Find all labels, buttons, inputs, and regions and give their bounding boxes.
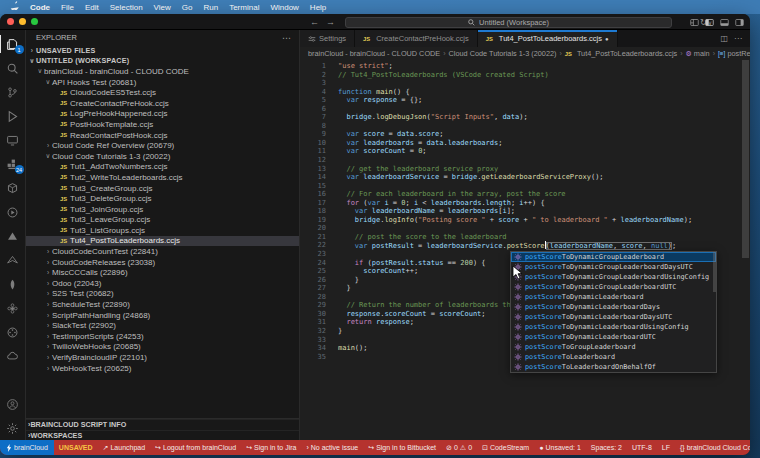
tree-file-item[interactable]: JSReadContactPostHook.ccjs	[26, 130, 299, 141]
suggestion-item[interactable]: postScoreToLeaderboard	[511, 352, 716, 362]
editor-scrollbar-thumb[interactable]	[742, 60, 749, 258]
suggest-scrollbar[interactable]	[713, 252, 716, 292]
activity-leaf-tool-icon[interactable]	[0, 272, 26, 296]
tree-file-item[interactable]: JSTut4_PostToLeaderboards.ccjs	[26, 236, 299, 247]
toggle-panel-icon[interactable]	[720, 18, 729, 27]
activity-origami-tool-icon[interactable]	[0, 248, 26, 272]
navigate-forward-icon[interactable]: →	[326, 17, 335, 27]
activity-flower-tool-icon[interactable]	[0, 296, 26, 320]
activity-movie-tool-icon[interactable]	[0, 320, 26, 344]
menu-item-file[interactable]: File	[61, 3, 74, 12]
status-logout-braincloud[interactable]: ↪Logout from brainCloud	[150, 440, 241, 455]
menu-item-selection[interactable]: Selection	[110, 3, 143, 12]
tab-settings[interactable]: Settings	[300, 30, 355, 47]
breadcrumb-item[interactable]: [≡]postResult	[718, 49, 750, 58]
activity-triangle-tool-icon[interactable]	[0, 224, 26, 248]
tree-section-header[interactable]: ∨UNTITLED (WORKSPACE)	[26, 56, 299, 67]
status-eol[interactable]: LF	[657, 440, 675, 455]
tree-file-item[interactable]: JSTut3_LeaveGroup.ccjs	[26, 215, 299, 226]
tree-folder-item[interactable]: ›ScheduleTest (22890)	[26, 299, 299, 310]
suggestion-item[interactable]: postScoreToDynamicGroupLeaderboardUsingC…	[511, 272, 716, 282]
tree-folder-item[interactable]: ∨Cloud Code Tutorials 1-3 (20022)	[26, 151, 299, 162]
tab-tut4-posttoleaderboards-ccjs[interactable]: JSTut4_PostToLeaderboards.ccjs●	[478, 30, 618, 47]
menu-item-run[interactable]: Run	[203, 3, 218, 12]
toggle-sidebar-icon[interactable]	[705, 18, 714, 27]
tab-createcontactprehook-ccjs[interactable]: JSCreateContactPreHook.ccjs	[355, 30, 478, 47]
tree-folder-item[interactable]: ›MiscCCCalls (22896)	[26, 267, 299, 278]
status-sign-in-bitbucket[interactable]: ↪Sign in to Bitbucket	[363, 440, 441, 455]
suggestion-item[interactable]: postScoreToDynamicLeaderboardDays	[511, 302, 716, 312]
tree-folder-item[interactable]: ∨brainCloud - brainCloud - CLOUD CODE	[26, 66, 299, 77]
suggestion-item[interactable]: postScoreToDynamicLeaderboardUTC	[511, 332, 716, 342]
menu-item-terminal[interactable]: Terminal	[229, 3, 259, 12]
status-launchpad[interactable]: ↗Launchpad	[98, 440, 151, 455]
activity-cloud-tool-icon[interactable]	[0, 344, 26, 368]
tree-folder-item[interactable]: ›CloudCodeCountTest (22841)	[26, 246, 299, 257]
suggestion-item[interactable]: postScoreToDynamicGroupLeaderboardUTC	[511, 282, 716, 292]
tree-file-item[interactable]: JSTut3_DeleteGroup.ccjs	[26, 193, 299, 204]
tree-file-item[interactable]: JSCreateContactPreHook.ccjs	[26, 98, 299, 109]
apple-icon[interactable]	[10, 2, 19, 12]
tree-section-header[interactable]: ›UNSAVED FILES	[26, 45, 299, 56]
code-editor[interactable]: 1"use strict";2// Tut4_PostToLeaderboard…	[300, 60, 750, 440]
close-window-button[interactable]	[7, 18, 14, 25]
suggestion-item[interactable]: postScoreToGroupLeaderboard	[511, 342, 716, 352]
menu-item-code[interactable]: Code	[30, 3, 50, 12]
menu-item-window[interactable]: Window	[270, 3, 298, 12]
tree-folder-item[interactable]: ›WebHookTest (20625)	[26, 363, 299, 374]
navigate-back-icon[interactable]: ←	[310, 17, 319, 27]
tree-folder-item[interactable]: ›VerifyBraincloudIP (22101)	[26, 352, 299, 363]
activity-search-icon[interactable]	[0, 56, 26, 80]
toggle-secondary-sidebar-icon[interactable]	[735, 18, 744, 27]
status-unsaved-flag[interactable]: UNSAVED	[54, 440, 98, 455]
breadcrumb-item[interactable]: JSTut4_PostToLeaderboards.ccjs	[565, 49, 677, 58]
activity-run-debug-icon[interactable]	[0, 104, 26, 128]
sidebar-section-workspaces[interactable]: ›WORKSPACES	[26, 430, 299, 441]
zoom-window-button[interactable]	[31, 18, 38, 25]
menu-item-view[interactable]: View	[154, 3, 171, 12]
sidebar-section-braincloud-script-info[interactable]: ›BRAINCLOUD SCRIPT INFO	[26, 419, 299, 430]
breadcrumb-item[interactable]: Cloud Code Tutorials 1-3 (20022)	[449, 49, 557, 58]
tree-folder-item[interactable]: ›CloudCodeReleases (23038)	[26, 257, 299, 268]
tree-folder-item[interactable]: ›TestImportScripts (24253)	[26, 331, 299, 342]
status-sign-in-jira[interactable]: ↪Sign in to Jira	[241, 440, 301, 455]
tree-file-item[interactable]: JSTut3_ListGroups.ccjs	[26, 225, 299, 236]
activity-account-icon[interactable]	[0, 392, 26, 416]
suggestion-item[interactable]: postScoreToDynamicLeaderboardDaysUTC	[511, 312, 716, 322]
editor-more-actions-icon[interactable]: ⋯	[734, 34, 742, 43]
tree-folder-item[interactable]: ›TwilioWebHooks (20685)	[26, 342, 299, 353]
tree-file-item[interactable]: JSLogPreHookHappened.ccjs	[26, 109, 299, 120]
activity-remote-explorer-icon[interactable]	[0, 128, 26, 152]
activity-package-tool-icon[interactable]	[0, 176, 26, 200]
suggestion-item[interactable]: postScoreToDynamicLeaderboardUsingConfig	[511, 322, 716, 332]
status-language-mode[interactable]: {}brainCloud Cloud Code	[675, 440, 750, 455]
tree-file-item[interactable]: JSTut3_CreateGroup.ccjs	[26, 183, 299, 194]
suggestion-item[interactable]: postScoreToDynamicLeaderboard	[511, 292, 716, 302]
status-remote-braincloud[interactable]: brainCloud	[0, 440, 54, 455]
tree-folder-item[interactable]: ›ScriptPathHandling (24868)	[26, 310, 299, 321]
status-active-issue[interactable]: ›No active issue	[301, 440, 363, 455]
menu-item-help[interactable]: Help	[310, 3, 326, 12]
tree-file-item[interactable]: JSTut2_WriteToLeaderboards.ccjs	[26, 172, 299, 183]
tree-folder-item[interactable]: ∨API Hooks Test (20681)	[26, 77, 299, 88]
breadcrumb-item[interactable]: ⚙main	[686, 49, 710, 58]
tree-file-item[interactable]: JSPostHookTemplate.ccjs	[26, 119, 299, 130]
customize-layout-icon[interactable]	[690, 18, 699, 27]
suggestion-item[interactable]: postScoreToLeaderboardOnBehalfOf	[511, 362, 716, 372]
suggestion-item[interactable]: postScoreToDynamicGroupLeaderboard	[511, 252, 716, 262]
split-editor-icon[interactable]: ◫	[720, 34, 728, 43]
menu-item-edit[interactable]: Edit	[85, 3, 99, 12]
status-encoding[interactable]: UTF-8	[627, 440, 657, 455]
tree-folder-item[interactable]: ›Cloud Code Ref Overview (20679)	[26, 140, 299, 151]
status-problems[interactable]: ⊘0⚠0	[441, 440, 477, 455]
status-unsaved-count[interactable]: ●Unsaved: 1	[534, 440, 586, 455]
status-indentation[interactable]: Spaces: 2	[586, 440, 627, 455]
menu-item-go[interactable]: Go	[182, 3, 193, 12]
explorer-more-icon[interactable]: ⋯	[282, 33, 291, 43]
tree-file-item[interactable]: JSCloudCodeES5Test.ccjs	[26, 87, 299, 98]
tree-file-item[interactable]: JSTut1_AddTwoNumbers.ccjs	[26, 162, 299, 173]
activity-explorer-icon[interactable]: 1	[0, 32, 26, 56]
activity-run-circle-tool-icon[interactable]	[0, 200, 26, 224]
minimize-window-button[interactable]	[19, 18, 26, 25]
status-codestream[interactable]: ⊡CodeStream	[477, 440, 534, 455]
